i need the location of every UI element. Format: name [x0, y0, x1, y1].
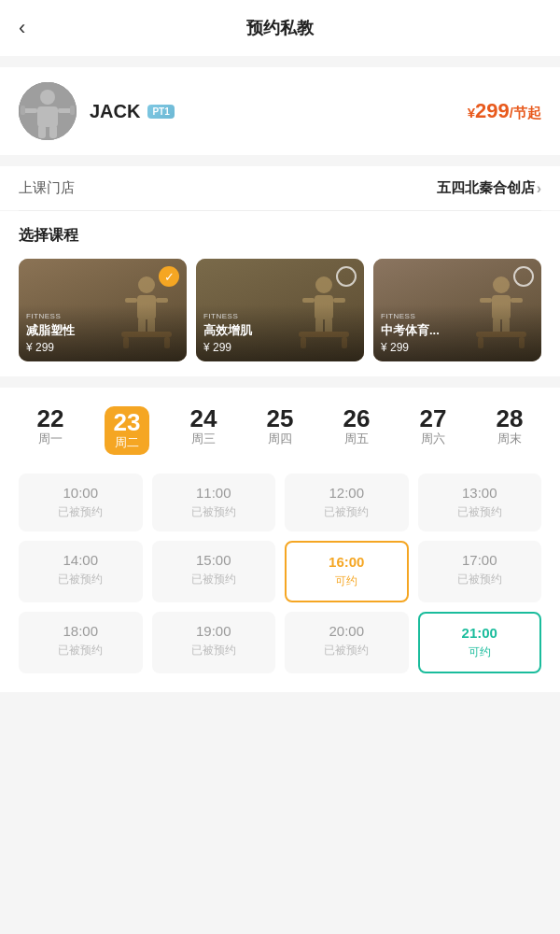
slot-status: 已被预约 — [191, 504, 236, 520]
time-slot: 13:00 已被预约 — [418, 474, 542, 531]
slot-time: 11:00 — [196, 485, 231, 501]
course-price: ¥ 299 — [381, 341, 534, 354]
slot-status: 可约 — [335, 573, 357, 589]
slot-time: 13:00 — [462, 485, 497, 501]
day-label: 周二 — [115, 434, 139, 451]
time-slot: 18:00 已被预约 — [19, 612, 143, 673]
slot-status: 已被预约 — [58, 572, 103, 587]
course-tag: FITNESS — [381, 312, 534, 320]
slot-time: 17:00 — [462, 552, 497, 568]
svg-point-9 — [138, 276, 155, 293]
slot-status: 已被预约 — [457, 572, 502, 587]
slot-time: 19:00 — [196, 623, 231, 639]
day-number: 28 — [497, 406, 524, 431]
slot-time: 16:00 — [329, 554, 364, 570]
svg-point-1 — [40, 90, 55, 105]
svg-rect-2 — [37, 106, 58, 127]
course-radio-icon — [513, 266, 534, 287]
course-selected-icon: ✓ — [159, 266, 179, 287]
svg-rect-30 — [511, 298, 523, 303]
calendar-day[interactable]: 23 周二 — [95, 406, 159, 455]
time-grid: 10:00 已被预约 11:00 已被预约 12:00 已被预约 13:00 已… — [19, 474, 541, 673]
course-radio-icon — [336, 266, 357, 287]
course-item[interactable]: FITNESS 减脂塑性 ¥ 299 ✓ — [19, 259, 187, 361]
course-item[interactable]: FITNESS 中考体育... ¥ 299 — [373, 259, 541, 361]
svg-rect-3 — [23, 108, 37, 113]
day-label: 周五 — [344, 431, 369, 447]
course-list: FITNESS 减脂塑性 ¥ 299 ✓ FITNESS 高效增肌 — [19, 259, 541, 361]
calendar-days: 22 周一 23 周二 24 周三 25 周四 26 周五 27 周六 28 周… — [19, 406, 541, 455]
svg-rect-6 — [49, 125, 57, 138]
slot-status: 可约 — [469, 644, 491, 660]
slot-time: 12:00 — [329, 485, 364, 501]
svg-rect-29 — [480, 298, 492, 303]
slot-status: 已被预约 — [191, 643, 236, 658]
day-label: 周四 — [268, 431, 292, 447]
day-number: 27 — [420, 406, 447, 431]
time-slot: 10:00 已被预约 — [19, 474, 143, 531]
slot-status: 已被预约 — [457, 504, 502, 520]
day-label: 周六 — [421, 431, 445, 447]
day-number: 26 — [343, 406, 371, 431]
svg-rect-12 — [156, 298, 168, 303]
course-item[interactable]: FITNESS 高效增肌 ¥ 299 — [196, 259, 364, 361]
store-row[interactable]: 上课门店 五四北秦合创店 › — [0, 166, 560, 210]
time-slot: 17:00 已被预约 — [418, 541, 542, 602]
time-slot[interactable]: 21:00 可约 — [418, 612, 542, 673]
svg-point-27 — [493, 276, 510, 293]
store-value: 五四北秦合创店 › — [437, 179, 541, 197]
page-title: 预约私教 — [246, 17, 314, 39]
slot-status: 已被预约 — [324, 504, 369, 520]
slot-time: 14:00 — [63, 552, 98, 568]
svg-rect-11 — [125, 298, 137, 303]
svg-rect-5 — [38, 125, 46, 138]
slot-time: 10:00 — [63, 485, 98, 501]
trainer-price: ¥299/节起 — [468, 99, 541, 123]
time-slot: 19:00 已被预约 — [152, 612, 276, 673]
trainer-card: JACK PT1 ¥299/节起 — [0, 67, 560, 155]
slot-time: 21:00 — [462, 625, 497, 641]
svg-rect-20 — [302, 298, 315, 303]
calendar-day[interactable]: 26 周五 — [325, 406, 388, 455]
time-slot: 20:00 已被预约 — [285, 612, 409, 673]
slot-status: 已被预约 — [324, 643, 369, 658]
course-tag: FITNESS — [26, 312, 179, 320]
calendar-day[interactable]: 28 周末 — [478, 406, 541, 455]
svg-rect-4 — [58, 108, 72, 113]
svg-rect-21 — [333, 298, 345, 303]
calendar-day[interactable]: 25 周四 — [248, 406, 312, 455]
slot-time: 20:00 — [329, 623, 364, 639]
trainer-badge: PT1 — [147, 105, 174, 119]
slot-time: 15:00 — [196, 552, 231, 568]
calendar-day[interactable]: 24 周三 — [172, 406, 235, 455]
trainer-avatar — [19, 82, 77, 140]
slot-status: 已被预约 — [191, 572, 236, 587]
time-slot: 12:00 已被预约 — [285, 474, 409, 531]
day-label: 周三 — [191, 431, 216, 447]
course-name: 高效增肌 — [203, 322, 357, 339]
svg-rect-8 — [70, 106, 75, 115]
svg-point-18 — [315, 276, 332, 293]
course-section-title: 选择课程 — [19, 226, 541, 246]
course-section: 选择课程 FITNESS 减脂塑性 ¥ 299 ✓ — [0, 211, 560, 376]
course-tag: FITNESS — [203, 312, 357, 320]
slot-time: 18:00 — [63, 623, 98, 639]
svg-rect-7 — [21, 106, 25, 115]
calendar-day[interactable]: 27 周六 — [401, 406, 465, 455]
day-label: 周末 — [497, 431, 522, 447]
back-button[interactable]: ‹ — [19, 16, 25, 40]
header: ‹ 预约私教 — [0, 0, 560, 56]
time-slot: 15:00 已被预约 — [152, 541, 276, 602]
course-name: 减脂塑性 — [26, 322, 179, 339]
calendar-day[interactable]: 22 周一 — [19, 406, 82, 455]
time-slot: 11:00 已被预约 — [152, 474, 276, 531]
time-slot: 14:00 已被预约 — [19, 541, 143, 602]
day-label: 周一 — [38, 431, 63, 447]
course-price: ¥ 299 — [203, 341, 357, 354]
store-label: 上课门店 — [19, 179, 75, 197]
slot-status: 已被预约 — [58, 643, 103, 658]
time-slot[interactable]: 16:00 可约 — [285, 541, 409, 602]
day-number: 22 — [37, 406, 64, 431]
day-number: 25 — [267, 406, 294, 431]
day-number: 24 — [190, 406, 217, 431]
